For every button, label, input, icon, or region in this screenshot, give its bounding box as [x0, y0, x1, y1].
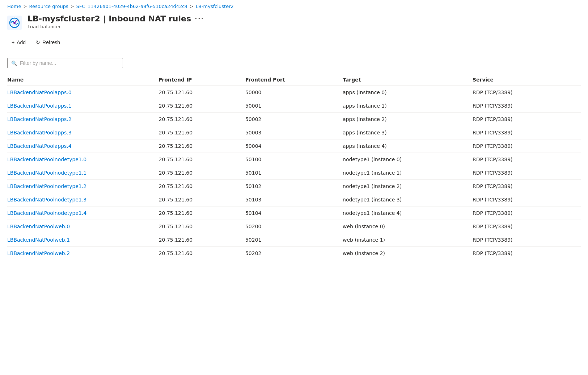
nat-rule-link[interactable]: LBBackendNatPoolapps.4: [7, 143, 72, 149]
service-cell: RDP (TCP/3389): [473, 233, 581, 247]
table-row: LBBackendNatPoolapps.420.75.121.6050004a…: [7, 139, 581, 153]
frontend-ip-cell: 20.75.121.60: [159, 139, 245, 153]
filter-input[interactable]: [20, 60, 119, 66]
table-row: LBBackendNatPoolweb.120.75.121.6050201we…: [7, 233, 581, 247]
breadcrumb-sep-2: >: [71, 4, 74, 9]
filter-box: 🔍: [7, 58, 123, 68]
nat-rule-link[interactable]: LBBackendNatPoolnodetype1.4: [7, 210, 86, 216]
service-cell: RDP (TCP/3389): [473, 166, 581, 180]
add-button[interactable]: + Add: [7, 37, 30, 47]
frontend-ip-cell: 20.75.121.60: [159, 86, 245, 99]
frontend-ip-cell: 20.75.121.60: [159, 180, 245, 193]
frontend-port-cell: 50202: [245, 247, 343, 260]
page-subtitle: Load balancer: [28, 24, 204, 29]
frontend-ip-cell: 20.75.121.60: [159, 207, 245, 220]
frontend-ip-cell: 20.75.121.60: [159, 220, 245, 233]
nat-rule-link[interactable]: LBBackendNatPoolapps.3: [7, 130, 72, 136]
add-icon: +: [12, 39, 14, 45]
frontend-ip-cell: 20.75.121.60: [159, 193, 245, 207]
frontend-port-cell: 50000: [245, 86, 343, 99]
lb-icon: [7, 16, 22, 30]
target-cell: apps (instance 2): [343, 113, 473, 126]
frontend-ip-cell: 20.75.121.60: [159, 153, 245, 166]
frontend-port-cell: 50001: [245, 99, 343, 113]
service-cell: RDP (TCP/3389): [473, 99, 581, 113]
col-header-target: Target: [343, 74, 473, 86]
service-cell: RDP (TCP/3389): [473, 126, 581, 139]
nat-rule-link[interactable]: LBBackendNatPoolnodetype1.0: [7, 157, 86, 162]
breadcrumb-sep-1: >: [23, 4, 27, 9]
service-cell: RDP (TCP/3389): [473, 220, 581, 233]
page-header: LB-mysfcluster2 | Inbound NAT rules ··· …: [0, 12, 588, 34]
target-cell: nodetype1 (instance 0): [343, 153, 473, 166]
service-cell: RDP (TCP/3389): [473, 207, 581, 220]
service-cell: RDP (TCP/3389): [473, 139, 581, 153]
page-title: LB-mysfcluster2 | Inbound NAT rules ···: [28, 14, 204, 23]
nat-rule-link[interactable]: LBBackendNatPoolnodetype1.3: [7, 197, 86, 203]
more-options-button[interactable]: ···: [195, 15, 204, 22]
add-label: Add: [17, 39, 26, 45]
frontend-port-cell: 50104: [245, 207, 343, 220]
table-row: LBBackendNatPoolnodetype1.120.75.121.605…: [7, 166, 581, 180]
frontend-port-cell: 50004: [245, 139, 343, 153]
target-cell: web (instance 0): [343, 220, 473, 233]
nat-rule-link[interactable]: LBBackendNatPoolnodetype1.1: [7, 170, 86, 176]
target-cell: web (instance 2): [343, 247, 473, 260]
content-area: 🔍 Name Frontend IP Frontend Port Target …: [0, 52, 588, 266]
refresh-label: Refresh: [42, 39, 60, 45]
table-header: Name Frontend IP Frontend Port Target Se…: [7, 74, 581, 86]
table-row: LBBackendNatPoolapps.220.75.121.6050002a…: [7, 113, 581, 126]
target-cell: nodetype1 (instance 2): [343, 180, 473, 193]
table-row: LBBackendNatPoolweb.020.75.121.6050200we…: [7, 220, 581, 233]
service-cell: RDP (TCP/3389): [473, 193, 581, 207]
table-row: LBBackendNatPoolnodetype1.020.75.121.605…: [7, 153, 581, 166]
refresh-icon: ↻: [36, 39, 40, 45]
nat-rule-link[interactable]: LBBackendNatPoolapps.2: [7, 116, 72, 122]
target-cell: apps (instance 4): [343, 139, 473, 153]
breadcrumb: Home > Resource groups > SFC_11426a01-40…: [0, 0, 588, 12]
table-row: LBBackendNatPoolapps.020.75.121.6050000a…: [7, 86, 581, 99]
frontend-port-cell: 50100: [245, 153, 343, 166]
frontend-port-cell: 50103: [245, 193, 343, 207]
table-row: LBBackendNatPoolapps.320.75.121.6050003a…: [7, 126, 581, 139]
service-cell: RDP (TCP/3389): [473, 86, 581, 99]
service-cell: RDP (TCP/3389): [473, 153, 581, 166]
table-row: LBBackendNatPoolnodetype1.220.75.121.605…: [7, 180, 581, 193]
frontend-port-cell: 50102: [245, 180, 343, 193]
breadcrumb-home[interactable]: Home: [7, 4, 21, 9]
nat-rule-link[interactable]: LBBackendNatPoolweb.2: [7, 250, 70, 256]
nat-rule-link[interactable]: LBBackendNatPoolweb.1: [7, 237, 70, 243]
breadcrumb-subscription[interactable]: SFC_11426a01-4029-4b62-a9f6-510ca24d42c4: [76, 4, 188, 9]
target-cell: apps (instance 3): [343, 126, 473, 139]
table-body: LBBackendNatPoolapps.020.75.121.6050000a…: [7, 86, 581, 260]
target-cell: nodetype1 (instance 3): [343, 193, 473, 207]
table-row: LBBackendNatPoolweb.220.75.121.6050202we…: [7, 247, 581, 260]
nat-rule-link[interactable]: LBBackendNatPoolweb.0: [7, 224, 70, 229]
frontend-port-cell: 50101: [245, 166, 343, 180]
breadcrumb-lb[interactable]: LB-mysfcluster2: [196, 4, 234, 9]
frontend-port-cell: 50201: [245, 233, 343, 247]
refresh-button[interactable]: ↻ Refresh: [31, 37, 64, 47]
col-header-service: Service: [473, 74, 581, 86]
breadcrumb-sep-3: >: [190, 4, 194, 9]
target-cell: nodetype1 (instance 4): [343, 207, 473, 220]
nat-rule-link[interactable]: LBBackendNatPoolapps.1: [7, 103, 72, 109]
frontend-ip-cell: 20.75.121.60: [159, 166, 245, 180]
page-title-block: LB-mysfcluster2 | Inbound NAT rules ··· …: [28, 14, 204, 29]
frontend-port-cell: 50002: [245, 113, 343, 126]
target-cell: apps (instance 0): [343, 86, 473, 99]
target-cell: apps (instance 1): [343, 99, 473, 113]
nat-rule-link[interactable]: LBBackendNatPoolnodetype1.2: [7, 183, 86, 189]
table-row: LBBackendNatPoolapps.120.75.121.6050001a…: [7, 99, 581, 113]
target-cell: web (instance 1): [343, 233, 473, 247]
nat-rule-link[interactable]: LBBackendNatPoolapps.0: [7, 89, 72, 95]
frontend-ip-cell: 20.75.121.60: [159, 247, 245, 260]
breadcrumb-resource-groups[interactable]: Resource groups: [29, 4, 68, 9]
service-cell: RDP (TCP/3389): [473, 180, 581, 193]
page-title-text: LB-mysfcluster2 | Inbound NAT rules: [28, 14, 191, 23]
col-header-frontend-port: Frontend Port: [245, 74, 343, 86]
target-cell: nodetype1 (instance 1): [343, 166, 473, 180]
frontend-ip-cell: 20.75.121.60: [159, 233, 245, 247]
frontend-ip-cell: 20.75.121.60: [159, 126, 245, 139]
frontend-ip-cell: 20.75.121.60: [159, 113, 245, 126]
